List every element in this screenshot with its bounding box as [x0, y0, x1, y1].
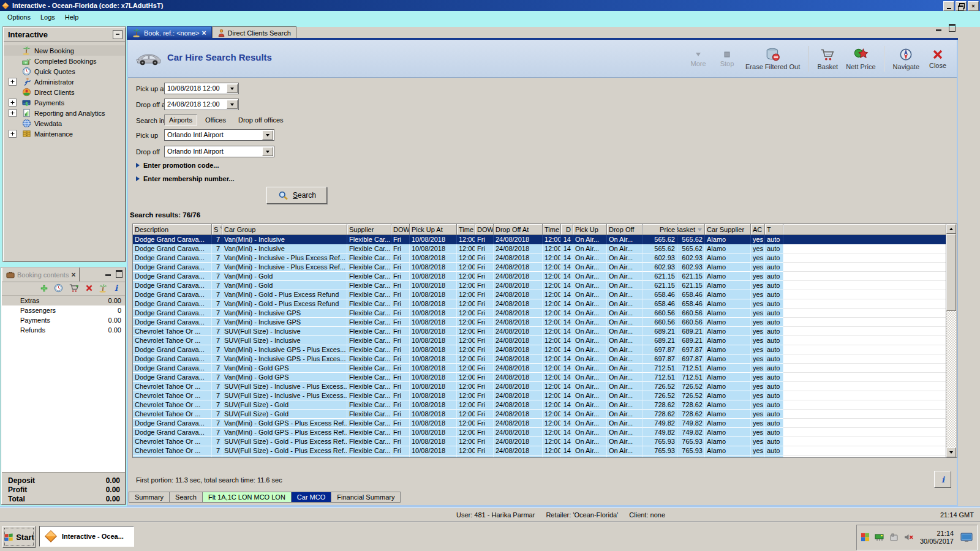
expand-icon[interactable]: [9, 99, 17, 107]
column-header-basket-14[interactable]: Basket: [677, 224, 705, 235]
result-row[interactable]: Dodge Grand Carava...7Van(Mini) - Gold G…: [133, 373, 957, 382]
result-row[interactable]: Dodge Grand Carava...7Van(Mini) - Inclus…: [133, 309, 957, 318]
tray-volume-muted[interactable]: [903, 533, 914, 542]
toolbar-more-button[interactable]: More: [688, 50, 709, 67]
column-header-drop-off-at-8[interactable]: Drop Off At: [494, 224, 543, 235]
scroll-up-button[interactable]: [946, 224, 956, 234]
bottom-tab-flt-1a-1c-lon-mco-lon[interactable]: Flt 1A,1C LON MCO LON: [203, 492, 292, 503]
menu-item-help[interactable]: Help: [60, 12, 84, 22]
sidebar-item-viewdata[interactable]: Viewdata: [4, 118, 125, 129]
booking-row-extras[interactable]: Extras0.00: [2, 296, 125, 305]
result-row[interactable]: Dodge Grand Carava...7Van(Mini) - Gold -…: [133, 299, 957, 309]
result-row[interactable]: Chevrolet Tahoe Or ...7SUV(Full Size) - …: [133, 455, 957, 457]
result-row[interactable]: Dodge Grand Carava...7Van(Mini) - Inclus…: [133, 318, 957, 327]
column-header-time-6[interactable]: Time: [457, 224, 475, 235]
column-header-supplier-3[interactable]: Supplier: [347, 224, 391, 235]
column-header-drop-off-12[interactable]: Drop Off: [607, 224, 643, 235]
chevron-down-icon[interactable]: [262, 130, 273, 140]
pickup-location-select[interactable]: Orlando Intl Airport: [164, 129, 274, 141]
close-panel-icon[interactable]: ×: [71, 271, 75, 279]
sidebar-item-direct-clients[interactable]: Direct Clients: [4, 87, 125, 97]
booking-toolbar-delete-button[interactable]: [85, 284, 93, 293]
result-row[interactable]: Dodge Grand Carava...7Van(Mini) - Inclus…: [133, 354, 957, 364]
column-header-d-10[interactable]: D: [561, 224, 573, 235]
result-row[interactable]: Chevrolet Tahoe Or ...7SUV(Full Size) - …: [133, 336, 957, 345]
toolbar-nett-price-button[interactable]: Nett Price: [846, 47, 875, 70]
expand-icon[interactable]: [9, 78, 17, 86]
tab-direct-clients-search[interactable]: Direct Clients Search: [212, 26, 296, 39]
show-desktop-icon[interactable]: [960, 532, 973, 543]
toolbar-navigate-button[interactable]: Navigate: [893, 47, 919, 70]
chevron-down-icon[interactable]: [227, 100, 238, 109]
sidebar-item-reporting-and-analytics[interactable]: Reporting and Analytics: [4, 108, 125, 118]
column-header-t-17[interactable]: T: [765, 224, 783, 235]
sidebar-item-maintenance[interactable]: Maintenance: [4, 129, 125, 139]
column-header-time-9[interactable]: Time: [543, 224, 561, 235]
result-row[interactable]: Chevrolet Tahoe Or ...7SUV(Full Size) - …: [133, 382, 957, 391]
result-row[interactable]: Chevrolet Tahoe Or ...7SUV(Full Size) - …: [133, 327, 957, 336]
sidebar-item-payments[interactable]: $Payments: [4, 97, 125, 108]
pickup-at-field[interactable]: 10/08/2018 12:00: [164, 83, 239, 94]
result-row[interactable]: Dodge Grand Carava...7Van(Mini) - Inclus…: [133, 244, 957, 253]
booking-toolbar-move-to-basket-button[interactable]: [69, 283, 80, 294]
sidebar-item-completed-bookings[interactable]: Completed Bookings: [4, 56, 125, 66]
promotion-code-expander[interactable]: Enter promotion code...: [136, 162, 219, 169]
booking-toolbar-new-booking-button[interactable]: [99, 283, 108, 294]
tray-device[interactable]: [889, 533, 899, 542]
menu-item-logs[interactable]: Logs: [36, 12, 60, 22]
toolbar-erase-filtered-out-button[interactable]: Erase Filtered Out: [745, 47, 800, 70]
start-button[interactable]: Start: [2, 526, 36, 548]
bottom-tab-search[interactable]: Search: [170, 492, 203, 503]
menu-item-options[interactable]: Options: [2, 12, 36, 22]
column-header-car-supplier-15[interactable]: Car Supplier: [705, 224, 751, 235]
chevron-down-icon[interactable]: [262, 147, 273, 156]
restore-button[interactable]: [956, 1, 967, 11]
booking-row-refunds[interactable]: Refunds0.00: [2, 325, 125, 335]
minimize-button[interactable]: [943, 1, 954, 11]
booking-row-payments[interactable]: Payments0.00: [2, 315, 125, 325]
result-row[interactable]: Dodge Grand Carava...7Van(Mini) - Gold G…: [133, 364, 957, 373]
tray-network[interactable]: [875, 533, 884, 542]
chevron-down-icon[interactable]: [227, 84, 238, 93]
membership-number-expander[interactable]: Enter membership number...: [136, 175, 235, 182]
result-row[interactable]: Dodge Grand Carava...7Van(Mini) - Gold -…: [133, 290, 957, 299]
result-row[interactable]: Dodge Grand Carava...7Van(Mini) - Gold G…: [133, 419, 957, 428]
search-in-option-airports[interactable]: Airports: [164, 114, 197, 126]
dropoff-at-field[interactable]: 24/08/2018 12:00: [164, 99, 239, 110]
sidebar-item-new-booking[interactable]: New Booking: [4, 45, 125, 56]
tab-close-icon[interactable]: ×: [202, 29, 206, 37]
bottom-tab-car-mco[interactable]: Car MCO: [292, 492, 331, 503]
column-header-pick-up-11[interactable]: Pick Up: [573, 224, 607, 235]
result-row[interactable]: Chevrolet Tahoe Or ...7SUV(Full Size) - …: [133, 400, 957, 410]
result-row[interactable]: Dodge Grand Carava...7Van(Mini) - GoldFl…: [133, 281, 957, 290]
collapse-panel-button[interactable]: [113, 30, 123, 39]
maximize-view-icon[interactable]: [949, 24, 956, 32]
tray-antivirus[interactable]: [861, 533, 870, 543]
search-button[interactable]: Search: [266, 187, 327, 204]
result-row[interactable]: Dodge Grand Carava...7Van(Mini) - Gold G…: [133, 428, 957, 437]
vertical-scrollbar[interactable]: [946, 224, 957, 457]
tab-book-ref-none[interactable]: Book. ref.: <none>×: [127, 26, 212, 39]
result-row[interactable]: Chevrolet Tahoe Or ...7SUV(Full Size) - …: [133, 410, 957, 419]
column-header-price-13[interactable]: Price: [643, 224, 677, 235]
column-header-pick-up-at-5[interactable]: Pick Up At: [410, 224, 457, 235]
result-row[interactable]: Chevrolet Tahoe Or ...7SUV(Full Size) - …: [133, 446, 957, 455]
column-header-ac-16[interactable]: AC: [751, 224, 765, 235]
maximize-icon[interactable]: [116, 270, 123, 278]
booking-row-passengers[interactable]: Passengers0: [2, 305, 125, 315]
scroll-down-button[interactable]: [946, 448, 956, 457]
info-button[interactable]: i: [934, 471, 951, 488]
result-row[interactable]: Dodge Grand Carava...7Van(Mini) - Inclus…: [133, 263, 957, 272]
bottom-tab-financial-summary[interactable]: Financial Summary: [331, 492, 401, 503]
search-in-option-drop-off-offices[interactable]: Drop off offices: [234, 115, 288, 125]
toolbar-stop-button[interactable]: Stop: [717, 50, 737, 67]
column-header-s-1[interactable]: S: [212, 224, 222, 235]
expand-icon[interactable]: [9, 130, 17, 138]
result-row[interactable]: Dodge Grand Carava...7Van(Mini) - Inclus…: [133, 253, 957, 263]
column-header-dow-4[interactable]: DOW: [391, 224, 410, 235]
result-row[interactable]: Chevrolet Tahoe Or ...7SUV(Full Size) - …: [133, 391, 957, 400]
taskbar-item-interactive[interactable]: Interactive - Ocea...: [39, 526, 134, 547]
column-header-car-group-2[interactable]: Car Group: [222, 224, 347, 235]
column-header-description-0[interactable]: Description: [133, 224, 212, 235]
sidebar-item-quick-quotes[interactable]: Quick Quotes: [4, 66, 125, 77]
